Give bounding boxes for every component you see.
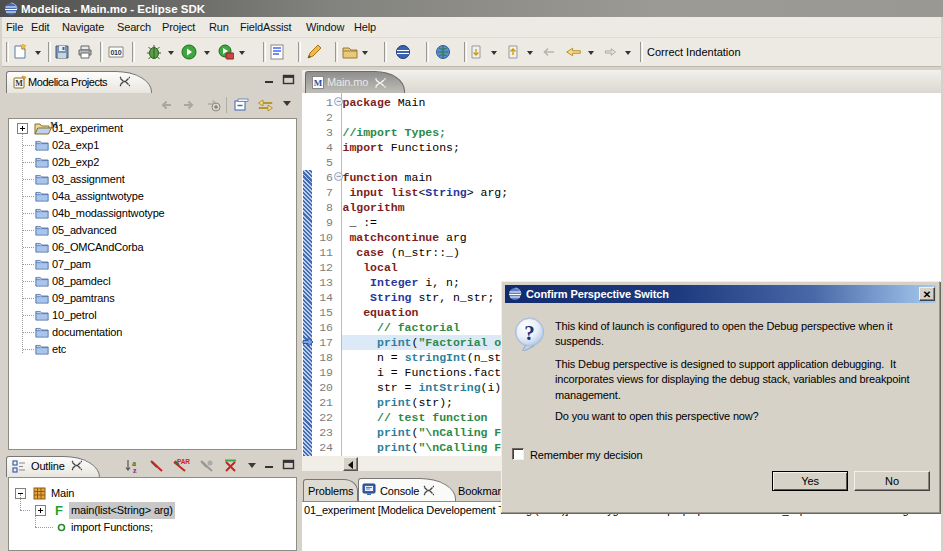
svg-text:010: 010	[110, 49, 121, 56]
svg-text:?: ?	[524, 321, 534, 345]
svg-text:M: M	[15, 79, 23, 88]
svg-text:z: z	[133, 466, 137, 474]
svg-text:M: M	[314, 78, 323, 88]
